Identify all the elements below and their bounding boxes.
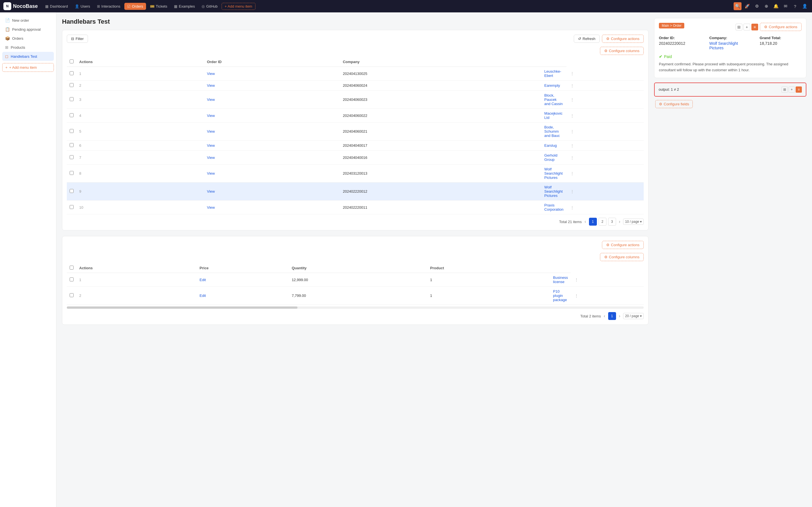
app-logo[interactable]: N NocoBase bbox=[3, 2, 38, 10]
page-1-button[interactable]: 1 bbox=[589, 218, 597, 226]
products-page-size-select[interactable]: 20 / page ▾ bbox=[623, 313, 644, 319]
search-icon-btn[interactable]: 🔍 bbox=[733, 2, 742, 10]
view-action-link[interactable]: View bbox=[207, 114, 215, 118]
settings-icon-btn[interactable]: ⚙ bbox=[753, 2, 761, 10]
row-checkbox[interactable] bbox=[70, 171, 73, 175]
view-action-link[interactable]: View bbox=[207, 71, 215, 76]
company-cell[interactable]: Bode, Schumm and Bauc bbox=[545, 125, 560, 138]
select-all-checkbox[interactable] bbox=[70, 59, 73, 63]
view-action-link[interactable]: View bbox=[207, 98, 215, 102]
output-grid-icon[interactable]: ⊞ bbox=[781, 87, 788, 93]
row-more-button[interactable]: ⋮ bbox=[569, 156, 575, 160]
detail-configure-actions-button[interactable]: ⚙ Configure actions bbox=[760, 23, 802, 31]
edit-action-link[interactable]: Edit bbox=[200, 278, 206, 282]
row-more-button[interactable]: ⋮ bbox=[569, 171, 575, 175]
row-checkbox[interactable] bbox=[70, 205, 73, 209]
view-action-link[interactable]: View bbox=[207, 129, 215, 133]
sidebar-item-new-order[interactable]: 📄 New order bbox=[2, 16, 54, 25]
add-menu-item-button[interactable]: + Add menu item bbox=[221, 3, 255, 10]
row-more-button[interactable]: ⋮ bbox=[569, 114, 575, 118]
view-action-link[interactable]: View bbox=[207, 171, 215, 175]
configure-columns-button[interactable]: ⚙ Configure columns bbox=[600, 47, 644, 55]
row-more-button[interactable]: ⋮ bbox=[569, 83, 575, 88]
list-icon-btn[interactable]: ≡ bbox=[751, 24, 758, 31]
row-checkbox[interactable] bbox=[70, 71, 73, 75]
view-action-link[interactable]: View bbox=[207, 83, 215, 88]
row-more-button[interactable]: ⋮ bbox=[569, 129, 575, 133]
view-action-link[interactable]: View bbox=[207, 156, 215, 160]
products-page-1[interactable]: 1 bbox=[608, 312, 616, 320]
products-select-all-checkbox[interactable] bbox=[70, 266, 73, 270]
edit-action-link[interactable]: Edit bbox=[200, 293, 206, 298]
sidebar-add-menu-button[interactable]: + + Add menu item bbox=[2, 63, 54, 72]
company-cell[interactable]: Earslug bbox=[545, 144, 557, 148]
grid-icon-btn[interactable]: ⊞ bbox=[735, 24, 742, 31]
view-action-link[interactable]: View bbox=[207, 189, 215, 193]
company-cell[interactable]: Leuschke-Ebert bbox=[545, 69, 561, 78]
row-more-button[interactable]: ⋮ bbox=[569, 189, 575, 193]
nav-item-orders[interactable]: ☑ Orders bbox=[124, 3, 146, 10]
next-page-button[interactable]: › bbox=[618, 219, 621, 224]
rocket-icon-btn[interactable]: 🚀 bbox=[743, 2, 751, 10]
help-circle-icon-btn[interactable]: ⊕ bbox=[762, 2, 770, 10]
nav-item-tickets[interactable]: 🎫 Tickets bbox=[147, 3, 170, 10]
view-action-link[interactable]: View bbox=[207, 144, 215, 148]
page-size-select[interactable]: 10 / page ▾ bbox=[623, 219, 644, 225]
sidebar-item-pending-approval[interactable]: 📋 Pending approval bbox=[2, 25, 54, 34]
nav-item-interactions[interactable]: ⊞ Interactions bbox=[94, 3, 123, 10]
refresh-button[interactable]: ↺ Refresh bbox=[574, 35, 600, 43]
row-checkbox[interactable] bbox=[70, 113, 73, 117]
sidebar-item-orders[interactable]: 📦 Orders bbox=[2, 34, 54, 43]
page-3-button[interactable]: 3 bbox=[608, 218, 616, 226]
company-cell[interactable]: Wolf Searchlight Pictures bbox=[545, 185, 563, 198]
row-more-button[interactable]: ⋮ bbox=[573, 293, 579, 298]
user-icon-btn[interactable]: 👤 bbox=[801, 2, 809, 10]
view-action-link[interactable]: View bbox=[207, 205, 215, 210]
row-checkbox[interactable] bbox=[70, 83, 73, 87]
filter-button[interactable]: ⊟ Filter bbox=[67, 35, 88, 43]
products-configure-columns-button[interactable]: ⚙ Configure columns bbox=[600, 253, 644, 261]
nav-item-users[interactable]: 👤 Users bbox=[72, 3, 93, 10]
row-more-button[interactable]: ⋮ bbox=[569, 144, 575, 148]
configure-actions-button[interactable]: ⚙ Configure actions bbox=[602, 35, 644, 43]
company-cell[interactable]: Earempty bbox=[545, 83, 560, 88]
company-value[interactable]: Wolf Searchlight Pictures bbox=[709, 41, 751, 50]
row-number: 10 bbox=[77, 201, 204, 214]
products-next-page[interactable]: › bbox=[618, 314, 621, 319]
output-add-icon[interactable]: + bbox=[789, 87, 795, 93]
company-cell[interactable]: Block, Paucek and Cassin bbox=[545, 93, 563, 106]
mail-icon-btn[interactable]: ✉ bbox=[781, 2, 790, 10]
row-checkbox[interactable] bbox=[70, 143, 73, 147]
row-more-button[interactable]: ⋮ bbox=[569, 71, 575, 75]
nav-item-github[interactable]: ◎ GitHub bbox=[199, 3, 220, 10]
product-cell[interactable]: Business license bbox=[553, 276, 568, 284]
output-list-icon[interactable]: ≡ bbox=[796, 87, 802, 93]
bell-icon-btn[interactable]: 🔔 bbox=[772, 2, 780, 10]
row-checkbox[interactable] bbox=[70, 293, 73, 297]
company-cell[interactable]: Macejkovic Ltd bbox=[545, 111, 562, 120]
row-checkbox[interactable] bbox=[70, 277, 73, 281]
row-more-button[interactable]: ⋮ bbox=[569, 98, 575, 102]
question-icon-btn[interactable]: ? bbox=[791, 2, 799, 10]
row-more-button[interactable]: ⋮ bbox=[573, 277, 579, 282]
nav-item-examples[interactable]: ▦ Examples bbox=[171, 3, 198, 10]
row-checkbox[interactable] bbox=[70, 189, 73, 193]
row-more-button[interactable]: ⋮ bbox=[569, 205, 575, 210]
company-cell[interactable]: Gerhold Group bbox=[545, 153, 557, 162]
sidebar-item-products[interactable]: ⊞ Products bbox=[2, 43, 54, 52]
sidebar-item-handlebars-test[interactable]: ◻ Handlebars Test bbox=[2, 52, 54, 61]
products-prev-page[interactable]: ‹ bbox=[603, 314, 606, 319]
prev-page-button[interactable]: ‹ bbox=[583, 219, 587, 224]
company-cell[interactable]: Wolf Searchlight Pictures bbox=[545, 167, 563, 180]
nav-item-dashboard[interactable]: ▦ Dashboard bbox=[42, 3, 71, 10]
products-scrollbar[interactable] bbox=[67, 306, 644, 309]
row-checkbox[interactable] bbox=[70, 155, 73, 159]
row-checkbox[interactable] bbox=[70, 97, 73, 101]
products-configure-actions-button[interactable]: ⚙ Configure actions bbox=[602, 241, 644, 249]
company-cell[interactable]: Praxis Corporation bbox=[545, 203, 564, 212]
product-cell[interactable]: P10 plugin package bbox=[553, 289, 567, 302]
page-2-button[interactable]: 2 bbox=[599, 218, 606, 226]
add-col-icon-btn[interactable]: + bbox=[744, 24, 750, 31]
row-checkbox[interactable] bbox=[70, 129, 73, 133]
configure-fields-button[interactable]: ⚙ Configure fields bbox=[655, 100, 693, 108]
